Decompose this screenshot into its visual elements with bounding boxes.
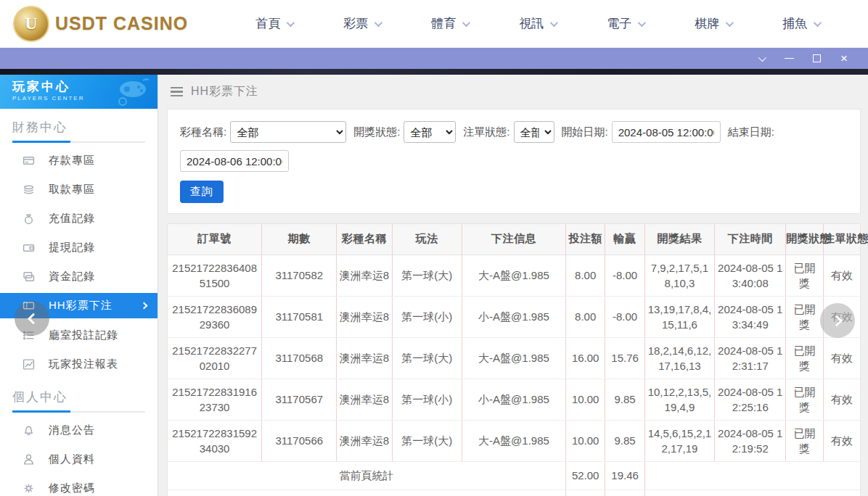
- cell-draw_status: 已開獎: [786, 255, 824, 296]
- column-header-lottery_name: 彩種名稱: [337, 224, 392, 255]
- chevron-right-icon: [831, 315, 843, 326]
- nav-item-fishing[interactable]: 捕魚: [757, 9, 845, 38]
- column-header-bet_info: 下注信息: [462, 224, 565, 255]
- cell-play: 第一球(大): [392, 337, 462, 379]
- window-collapse-button[interactable]: [748, 48, 775, 69]
- lottery-name-label: 彩種名稱:: [180, 125, 226, 139]
- sidebar-header: 玩家中心 PLAYERS CENTER: [0, 75, 157, 109]
- menu-icon[interactable]: [171, 87, 183, 97]
- query-button[interactable]: 查詢: [180, 181, 224, 203]
- chevron-down-icon: [758, 53, 766, 61]
- cell-period: 31170567: [262, 379, 337, 420]
- table-row: 215217228364085150031170582澳洲幸运8第一球(大)大-…: [168, 255, 860, 296]
- sidebar-item-profile[interactable]: 個人資料: [0, 445, 157, 474]
- nav-item-video[interactable]: 視訊: [494, 9, 581, 38]
- sidebar-item-label: 修改密碼: [49, 481, 95, 495]
- column-header-bet_status: 注單狀態: [823, 224, 860, 255]
- logo-text: USDT CASINO: [55, 13, 188, 34]
- column-header-bet_amount: 投注額: [566, 224, 605, 255]
- scroll-right-button[interactable]: [820, 303, 855, 338]
- nav-item-label: 體育: [431, 15, 456, 32]
- sidebar-item-deposit[interactable]: 存款專區: [0, 146, 157, 175]
- nav-item-label: 首頁: [255, 15, 280, 32]
- start-date-input[interactable]: [612, 121, 721, 143]
- chevron-down-icon: [726, 18, 734, 26]
- cell-bet_info: 大-A盤@1.985: [462, 337, 565, 379]
- sidebar-item-withdrawal-record[interactable]: 提現記錄: [0, 233, 157, 262]
- profile-icon: [22, 453, 35, 466]
- window-close-button[interactable]: ×: [830, 48, 858, 69]
- sidebar-item-label: 充值記錄: [49, 212, 95, 226]
- end-date-input[interactable]: [180, 150, 289, 172]
- sidebar-item-funds-record[interactable]: 資金記錄: [0, 262, 157, 291]
- cell-bet_status: 有效: [823, 420, 860, 461]
- change-password-icon: [22, 482, 35, 495]
- gamepad-icon: [105, 78, 152, 107]
- nav-item-label: 視訊: [519, 15, 544, 32]
- cell-order_no: 2152172283227702010: [168, 337, 262, 379]
- cell-lottery_name: 澳洲幸运8: [337, 296, 392, 337]
- cell-bet_time: 2024-08-05 13:40:08: [715, 255, 786, 296]
- minimize-icon: [785, 58, 794, 59]
- draw-status-select[interactable]: 全部: [404, 121, 456, 143]
- logo[interactable]: U USDT CASINO: [13, 6, 188, 42]
- sidebar-item-label: 個人資料: [49, 452, 95, 466]
- summary-bet-amount: 52.00: [566, 489, 605, 496]
- nav-item-sports[interactable]: 體育: [406, 9, 494, 38]
- cell-bet_status: 有效: [823, 255, 860, 296]
- summary-win-loss: 19.46: [605, 461, 644, 489]
- bet-status-select[interactable]: 全部: [514, 121, 554, 143]
- cell-bet_amount: 16.00: [566, 337, 605, 379]
- app-header: U USDT CASINO 首頁彩票體育視訊電子棋牌捕魚: [0, 0, 868, 48]
- cell-bet_status: 有效: [823, 337, 860, 379]
- window-maximize-button[interactable]: [803, 48, 830, 69]
- cell-draw_status: 已開獎: [786, 420, 824, 461]
- nav-item-home[interactable]: 首頁: [230, 9, 318, 38]
- summary-empty: [644, 489, 860, 496]
- nav-item-chess[interactable]: 棋牌: [669, 9, 757, 38]
- breadcrumb: HH彩票下注: [158, 75, 868, 109]
- cell-play: 第一球(小): [392, 379, 462, 420]
- sidebar-item-recharge-record[interactable]: 充值記錄: [0, 204, 157, 233]
- cell-period: 31170566: [262, 420, 337, 461]
- column-header-draw_status: 開獎狀態: [786, 224, 824, 255]
- cell-draw_status: 已開獎: [786, 337, 824, 379]
- cell-bet_amount: 10.00: [566, 420, 605, 461]
- chevron-down-icon: [287, 18, 295, 26]
- sidebar-item-withdraw[interactable]: 取款專區: [0, 175, 157, 204]
- table-row: 215217228360892936031170581澳洲幸运8第一球(小)小-…: [168, 296, 860, 337]
- cell-draw_result: 18,2,14,6,12,17,16,13: [644, 337, 714, 379]
- cell-bet_amount: 10.00: [566, 379, 605, 420]
- nav-item-label: 棋牌: [695, 15, 719, 32]
- summary-label: 總統計: [168, 489, 566, 496]
- sidebar-item-change-password[interactable]: 修改密碼: [0, 474, 157, 496]
- sidebar-item-label: 資金記錄: [49, 270, 95, 284]
- table-row: 215217228315923403031170566澳洲幸运8第一球(大)大-…: [168, 420, 860, 461]
- nav-item-lottery[interactable]: 彩票: [318, 9, 406, 38]
- scroll-left-button[interactable]: [15, 301, 49, 336]
- cell-order_no: 2152172283640851500: [168, 255, 262, 296]
- cell-bet_info: 小-A盤@1.985: [462, 379, 565, 420]
- maximize-icon: [813, 54, 821, 62]
- current-page-summary-row: 當前頁統計52.0019.46: [168, 461, 860, 489]
- end-date-label: 結束日期:: [728, 125, 774, 139]
- chevron-down-icon: [814, 18, 822, 26]
- cell-bet_amount: 8.00: [566, 255, 605, 296]
- column-header-win_loss: 輸贏: [605, 224, 644, 255]
- cell-play: 第一球(大): [392, 255, 462, 296]
- cell-draw_result: 13,19,17,8,4,15,11,6: [644, 296, 714, 337]
- sidebar-item-announcements[interactable]: 消息公告: [0, 416, 157, 445]
- sidebar-item-label: 提現記錄: [49, 241, 95, 255]
- window-minimize-button[interactable]: [775, 48, 803, 69]
- cell-bet_status: 有效: [823, 379, 860, 420]
- sidebar-item-label: 玩家投注報表: [49, 357, 118, 371]
- lottery-name-select[interactable]: 全部: [230, 121, 346, 143]
- sidebar-item-player-bet-report[interactable]: 玩家投注報表: [0, 350, 157, 379]
- sidebar: 玩家中心 PLAYERS CENTER 財務中心存款專區取款專區充值記錄提現記錄…: [0, 75, 158, 496]
- coin-logo-icon: U: [13, 6, 49, 42]
- cell-lottery_name: 澳洲幸运8: [337, 337, 392, 379]
- cell-draw_result: 7,9,2,17,5,18,10,3: [644, 255, 714, 296]
- nav-item-electronic[interactable]: 電子: [581, 9, 669, 38]
- column-header-play: 玩法: [392, 224, 462, 255]
- summary-win-loss: 19.46: [605, 489, 644, 496]
